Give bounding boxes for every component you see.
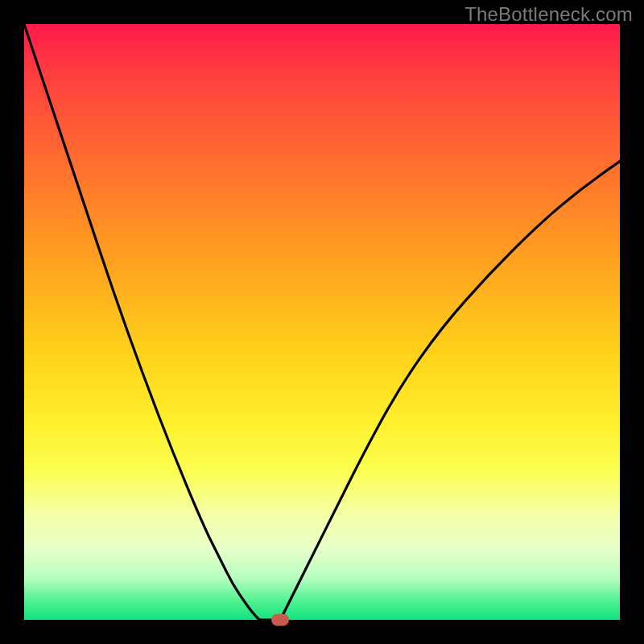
attribution-text: TheBottleneck.com [464,3,633,26]
plot-area [24,24,620,620]
chart-frame: TheBottleneck.com [0,0,644,644]
bottleneck-curve [24,24,620,620]
curve-path [24,24,620,620]
minimum-marker [271,614,289,626]
